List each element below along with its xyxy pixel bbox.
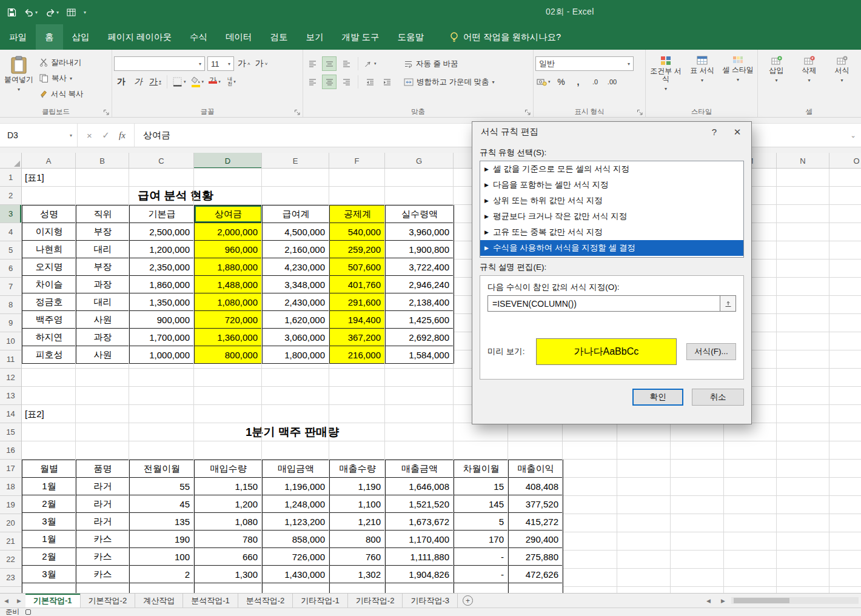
- cell-F21[interactable]: 800: [330, 531, 386, 548]
- paste-button[interactable]: 붙여넣기 ▾: [2, 53, 36, 106]
- cell-D8[interactable]: 1,080,000: [195, 293, 263, 311]
- fill-color-button[interactable]: ▾: [190, 75, 206, 89]
- undo-icon[interactable]: ▾: [24, 8, 38, 16]
- row-header-12[interactable]: 12: [0, 369, 21, 387]
- italic-button[interactable]: 가: [131, 75, 146, 89]
- cell-G22[interactable]: 1,111,880: [386, 548, 454, 566]
- cell-C22[interactable]: 100: [130, 548, 195, 566]
- cell-H22[interactable]: -: [454, 548, 509, 566]
- row-header-8[interactable]: 8: [0, 296, 21, 314]
- decrease-decimal-button[interactable]: .00: [605, 75, 620, 89]
- phonetic-guide-button[interactable]: 내천 ▾: [224, 75, 239, 89]
- ribbon-tab-데이터[interactable]: 데이터: [216, 24, 261, 50]
- cell-B18[interactable]: 라거: [76, 478, 130, 495]
- cell-C17[interactable]: 전월이월: [130, 460, 195, 478]
- sheet-tab-계산작업[interactable]: 계산작업: [135, 594, 183, 608]
- accounting-format-button[interactable]: ▾: [535, 75, 552, 89]
- rule-type-option-5[interactable]: 고유 또는 중복 값만 서식 지정: [480, 224, 743, 240]
- wrap-text-button[interactable]: 자동 줄 바꿈: [400, 56, 498, 71]
- rule-type-option-3[interactable]: 상위 또는 하위 값만 서식 지정: [480, 193, 743, 209]
- cell-D5[interactable]: 960,000: [195, 241, 263, 258]
- ribbon-tab-도움말[interactable]: 도움말: [389, 24, 434, 50]
- cell-H17[interactable]: 차월이월: [454, 460, 509, 478]
- cell-F17[interactable]: 매출수량: [330, 460, 386, 478]
- cell-B19[interactable]: 라거: [76, 495, 130, 513]
- row-header-21[interactable]: 21: [0, 532, 21, 551]
- cell-G7[interactable]: 2,946,240: [386, 276, 454, 293]
- cell-G4[interactable]: 3,960,000: [386, 223, 454, 241]
- sheet-prev-icon[interactable]: ◀: [0, 594, 13, 608]
- redo-icon[interactable]: ▾: [45, 8, 59, 16]
- cell-F5[interactable]: 259,200: [330, 241, 386, 258]
- align-right-button[interactable]: [339, 75, 353, 89]
- rule-type-option-2[interactable]: 다음을 포함하는 셀만 서식 지정: [480, 177, 743, 193]
- cell-E17[interactable]: 매입금액: [263, 460, 330, 478]
- cell-B11[interactable]: 사원: [76, 346, 130, 364]
- row-header-24[interactable]: 24: [0, 587, 21, 593]
- cell-A5[interactable]: 나현희: [22, 241, 76, 258]
- column-header-N[interactable]: N: [777, 153, 829, 169]
- cell-D9[interactable]: 720,000: [195, 311, 263, 329]
- select-all-corner[interactable]: [0, 153, 22, 169]
- underline-button[interactable]: 가▾: [148, 75, 162, 89]
- format-cells-button[interactable]: 서식 ▾: [826, 53, 858, 106]
- cell-B23[interactable]: 카스: [76, 566, 130, 583]
- alignment-dialog-launcher[interactable]: [524, 109, 531, 116]
- increase-indent-button[interactable]: [380, 75, 394, 89]
- cell-B20[interactable]: 라거: [76, 513, 130, 531]
- enter-entry-icon[interactable]: ✓: [98, 130, 114, 141]
- cell-I17[interactable]: 매출이익: [509, 460, 563, 478]
- cell-A8[interactable]: 정금호: [22, 293, 76, 311]
- cell-C10[interactable]: 1,700,000: [130, 329, 195, 346]
- align-center-button[interactable]: [322, 75, 337, 89]
- cell-D10[interactable]: 1,360,000: [195, 329, 263, 346]
- cell-H23[interactable]: -: [454, 566, 509, 583]
- cell-G24[interactable]: [386, 583, 454, 594]
- cell-F4[interactable]: 540,000: [330, 223, 386, 241]
- column-header-O[interactable]: O: [829, 153, 861, 169]
- row-header-14[interactable]: 14: [0, 405, 21, 423]
- cell-B4[interactable]: 부장: [76, 223, 130, 241]
- cell-E21[interactable]: 858,000: [263, 531, 330, 548]
- cell-G20[interactable]: 1,673,672: [386, 513, 454, 531]
- cell-D3[interactable]: 상여금: [195, 206, 263, 223]
- cell-A11[interactable]: 피호성: [22, 346, 76, 364]
- cell-G18[interactable]: 1,646,008: [386, 478, 454, 495]
- undo-dropdown-icon[interactable]: ▾: [35, 10, 38, 15]
- scroll-right-icon[interactable]: ▶: [717, 598, 729, 604]
- scrollbar-thumb[interactable]: [734, 598, 789, 603]
- ribbon-tab-삽입[interactable]: 삽입: [63, 24, 99, 50]
- borders-button[interactable]: ▾: [172, 75, 187, 89]
- copy-button[interactable]: 복사 ▾: [36, 71, 87, 85]
- cell-D20[interactable]: 1,080: [195, 513, 263, 531]
- cell-B3[interactable]: 직위: [76, 206, 130, 223]
- dialog-titlebar[interactable]: 서식 규칙 편집 ? ✕: [472, 122, 751, 142]
- scrollbar-track[interactable]: [731, 597, 859, 604]
- cell-B8[interactable]: 대리: [76, 293, 130, 311]
- grow-font-button[interactable]: 가˄: [236, 56, 252, 71]
- cell-E4[interactable]: 4,500,000: [263, 223, 330, 241]
- row-header-13[interactable]: 13: [0, 387, 21, 405]
- cell-G9[interactable]: 1,425,600: [386, 311, 454, 329]
- cell-D18[interactable]: 1,150: [195, 478, 263, 495]
- cell-A9[interactable]: 백주영: [22, 311, 76, 329]
- cell-C6[interactable]: 2,350,000: [130, 258, 195, 276]
- clipboard-dialog-launcher[interactable]: [103, 109, 110, 116]
- row-header-7[interactable]: 7: [0, 278, 21, 296]
- column-header-G[interactable]: G: [385, 153, 454, 169]
- align-left-button[interactable]: [305, 75, 320, 89]
- cell-G10[interactable]: 2,692,800: [386, 329, 454, 346]
- comma-style-button[interactable]: ,: [571, 75, 586, 89]
- cell-D17[interactable]: 매입수량: [195, 460, 263, 478]
- dialog-close-button[interactable]: ✕: [726, 124, 749, 140]
- row-header-6[interactable]: 6: [0, 259, 21, 278]
- cell-E6[interactable]: 4,230,000: [263, 258, 330, 276]
- cell-B17[interactable]: 품명: [76, 460, 130, 478]
- ribbon-tab-검토[interactable]: 검토: [261, 24, 297, 50]
- customize-qat-icon[interactable]: ▾: [84, 10, 86, 15]
- number-dialog-launcher[interactable]: [637, 109, 643, 116]
- cell-F22[interactable]: 760: [330, 548, 386, 566]
- cancel-entry-icon[interactable]: ×: [81, 130, 98, 141]
- cell-B22[interactable]: 카스: [76, 548, 130, 566]
- range-picker-button[interactable]: [720, 295, 736, 312]
